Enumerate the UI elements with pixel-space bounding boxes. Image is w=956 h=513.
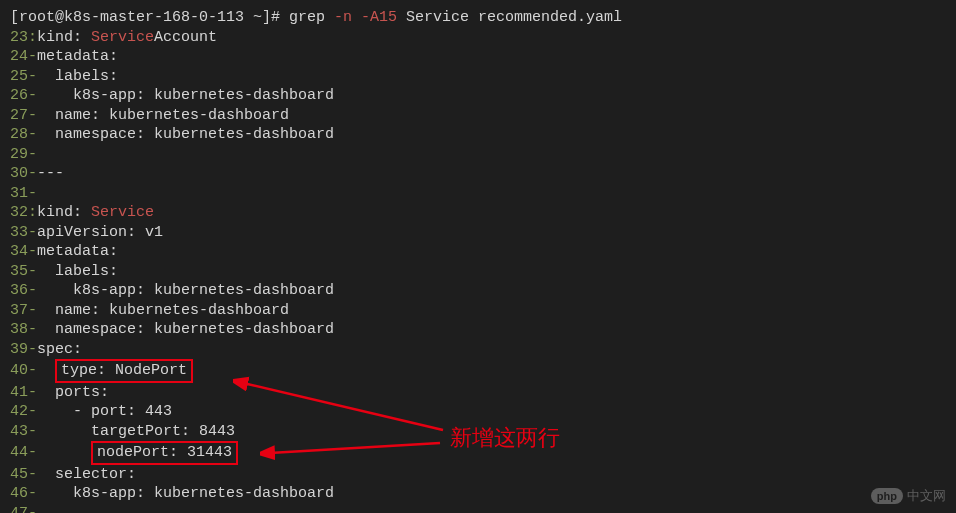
line-content: metadata: [37, 243, 118, 260]
line-number: 36 [10, 282, 28, 299]
grep-match: Service [91, 29, 154, 46]
line-separator: - [28, 341, 37, 358]
output-line-27: 27- name: kubernetes-dashboard [10, 106, 946, 126]
line-number: 26 [10, 87, 28, 104]
highlighted-code-box: nodePort: 31443 [91, 441, 238, 465]
output-line-34: 34-metadata: [10, 242, 946, 262]
line-separator: - [28, 243, 37, 260]
prompt-host: [root@k8s-master-168-0-113 ~]# [10, 9, 289, 26]
line-number: 31 [10, 185, 28, 202]
grep-match: Service [91, 204, 154, 221]
output-line-45: 45- selector: [10, 465, 946, 485]
output-line-47: 47- [10, 504, 946, 514]
output-line-23: 23:kind: ServiceAccount [10, 28, 946, 48]
line-number: 46 [10, 485, 28, 502]
line-content: metadata: [37, 48, 118, 65]
line-content: apiVersion: v1 [37, 224, 163, 241]
command-args: Service recommended.yaml [397, 9, 622, 26]
line-number: 29 [10, 146, 28, 163]
line-separator: - [28, 403, 37, 420]
line-number: 38 [10, 321, 28, 338]
line-number: 32 [10, 204, 28, 221]
line-separator: - [28, 165, 37, 182]
line-content: k8s-app: kubernetes-dashboard [37, 87, 334, 104]
output-line-40: 40- type: NodePort [10, 359, 946, 383]
line-content: name: kubernetes-dashboard [37, 107, 289, 124]
line-number: 39 [10, 341, 28, 358]
line-content: namespace: kubernetes-dashboard [37, 321, 334, 338]
output-line-41: 41- ports: [10, 383, 946, 403]
line-separator: - [28, 87, 37, 104]
line-separator: - [28, 444, 37, 461]
line-content: name: kubernetes-dashboard [37, 302, 289, 319]
output-line-31: 31- [10, 184, 946, 204]
output-line-37: 37- name: kubernetes-dashboard [10, 301, 946, 321]
line-number: 44 [10, 444, 28, 461]
line-content: k8s-app: kubernetes-dashboard [37, 485, 334, 502]
line-separator: - [28, 384, 37, 401]
output-line-25: 25- labels: [10, 67, 946, 87]
line-separator: - [28, 146, 37, 163]
command-opts: -n -A15 [334, 9, 397, 26]
line-separator: - [28, 107, 37, 124]
line-content: ports: [37, 384, 109, 401]
output-line-39: 39-spec: [10, 340, 946, 360]
line-separator: - [28, 126, 37, 143]
terminal-output: [root@k8s-master-168-0-113 ~]# grep -n -… [10, 8, 946, 513]
watermark-logo: php [871, 488, 903, 504]
line-number: 43 [10, 423, 28, 440]
output-line-24: 24-metadata: [10, 47, 946, 67]
annotation-label: 新增这两行 [450, 423, 560, 453]
line-number: 37 [10, 302, 28, 319]
output-line-32: 32:kind: Service [10, 203, 946, 223]
line-separator: - [28, 423, 37, 440]
output-line-33: 33-apiVersion: v1 [10, 223, 946, 243]
line-content: labels: [37, 263, 118, 280]
line-number: 30 [10, 165, 28, 182]
line-content: kind: [37, 29, 91, 46]
line-number: 34 [10, 243, 28, 260]
line-content: targetPort: 8443 [37, 423, 235, 440]
line-separator: - [28, 485, 37, 502]
line-separator: - [28, 302, 37, 319]
output-line-38: 38- namespace: kubernetes-dashboard [10, 320, 946, 340]
line-content [37, 362, 55, 379]
output-line-26: 26- k8s-app: kubernetes-dashboard [10, 86, 946, 106]
line-content: --- [37, 165, 64, 182]
line-separator: : [28, 204, 37, 221]
line-number: 45 [10, 466, 28, 483]
line-content: - port: 443 [37, 403, 172, 420]
output-line-46: 46- k8s-app: kubernetes-dashboard [10, 484, 946, 504]
line-content: spec: [37, 341, 82, 358]
command-base: grep [289, 9, 334, 26]
line-content: kind: [37, 204, 91, 221]
line-separator: - [28, 68, 37, 85]
line-number: 47 [10, 505, 28, 514]
line-separator: - [28, 505, 37, 514]
line-number: 24 [10, 48, 28, 65]
line-number: 27 [10, 107, 28, 124]
line-suffix: Account [154, 29, 217, 46]
line-separator: - [28, 362, 37, 379]
line-number: 35 [10, 263, 28, 280]
output-line-30: 30---- [10, 164, 946, 184]
line-number: 28 [10, 126, 28, 143]
highlighted-code-box: type: NodePort [55, 359, 193, 383]
line-separator: - [28, 224, 37, 241]
line-separator: - [28, 263, 37, 280]
line-separator: - [28, 282, 37, 299]
watermark-text: 中文网 [907, 487, 946, 505]
line-number: 40 [10, 362, 28, 379]
output-line-36: 36- k8s-app: kubernetes-dashboard [10, 281, 946, 301]
line-separator: - [28, 185, 37, 202]
line-content: selector: [37, 466, 136, 483]
line-content: k8s-app: kubernetes-dashboard [37, 282, 334, 299]
line-number: 42 [10, 403, 28, 420]
line-content: namespace: kubernetes-dashboard [37, 126, 334, 143]
line-content: labels: [37, 68, 118, 85]
output-line-28: 28- namespace: kubernetes-dashboard [10, 125, 946, 145]
line-number: 23 [10, 29, 28, 46]
output-line-29: 29- [10, 145, 946, 165]
line-number: 25 [10, 68, 28, 85]
command-prompt-line: [root@k8s-master-168-0-113 ~]# grep -n -… [10, 8, 946, 28]
